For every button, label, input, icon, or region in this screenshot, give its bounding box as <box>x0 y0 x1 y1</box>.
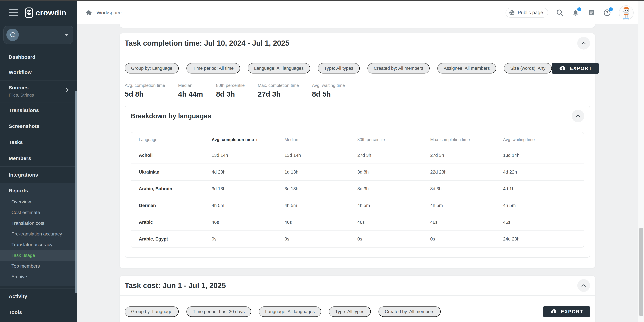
collapse-section-button[interactable] <box>577 279 590 292</box>
export-button[interactable]: EXPORT <box>552 63 599 74</box>
sidebar-item-archive[interactable]: Archive <box>0 272 77 282</box>
stat-value: 4h 44m <box>178 90 203 98</box>
cell-language: Arabic <box>139 220 212 225</box>
sidebar-item-tools[interactable]: Tools <box>0 304 77 320</box>
home-icon[interactable] <box>85 9 93 17</box>
public-page-button[interactable]: Public page <box>506 8 548 17</box>
sidebar-item-translator-accuracy[interactable]: Translator accuracy <box>0 239 77 250</box>
export-button[interactable]: EXPORT <box>543 306 590 317</box>
cell-language: Ukrainian <box>139 169 212 175</box>
cell-value: 1d 13h <box>284 169 357 175</box>
chevron-up-icon <box>581 284 586 287</box>
notifications-bell-icon[interactable] <box>572 9 580 17</box>
cell-value: 46s <box>430 220 503 225</box>
cell-value: 0s <box>212 236 284 242</box>
stat-label: Avg. waiting time <box>312 83 345 88</box>
stat-avg-waiting: Avg. waiting time 8d 5h <box>312 83 345 98</box>
sidebar-item-cost-estimate[interactable]: Cost estimate <box>0 207 77 218</box>
collapse-breakdown-button[interactable] <box>572 110 584 122</box>
export-label: EXPORT <box>561 309 583 315</box>
filter-language[interactable]: Language: All languages <box>248 63 310 73</box>
sidebar-item-workflow[interactable]: Workflow <box>0 64 77 80</box>
crowdin-logo-icon <box>25 7 33 18</box>
collapse-section-button[interactable] <box>577 37 590 49</box>
sidebar-item-reports[interactable]: Reports <box>0 183 77 196</box>
filter-time-period[interactable]: Time period: All time <box>186 63 240 73</box>
search-icon[interactable] <box>556 9 564 17</box>
cell-value: 8d 3h <box>430 186 503 191</box>
topbar-actions: Public page ? <box>506 5 634 20</box>
filter-chips: Group by: Language Time period: All time… <box>125 63 552 73</box>
filter-created-by[interactable]: Created by: All members <box>378 307 441 317</box>
languages-table: Language Avg. completion time↑ Median 80… <box>131 132 584 248</box>
stat-80th-percentile: 80th percentile 8d 3h <box>216 83 245 98</box>
col-median[interactable]: Median <box>284 137 357 142</box>
sidebar-item-overview[interactable]: Overview <box>0 196 77 207</box>
filters-row: Group by: Language Time period: All time… <box>125 63 590 74</box>
filter-language[interactable]: Language: All languages <box>259 307 321 317</box>
col-language[interactable]: Language <box>139 137 212 142</box>
filter-type[interactable]: Type: All types <box>318 63 360 73</box>
page-scrollbar-track[interactable] <box>638 1 644 322</box>
sidebar-scrollbar[interactable] <box>75 91 77 293</box>
sidebar-header: crowdin <box>0 1 77 24</box>
filter-size-words[interactable]: Size (words): Any <box>504 63 552 73</box>
cloud-download-icon <box>550 309 558 314</box>
sidebar-item-sources[interactable]: Sources Files, Strings <box>0 80 77 102</box>
topbar: Workspace Public page ? <box>77 1 638 24</box>
task-cost-title: Task cost: Jun 1 - Jul 1, 2025 <box>125 281 226 290</box>
sidebar-item-dashboard[interactable]: Dashboard <box>0 50 77 64</box>
filter-created-by[interactable]: Created by: All members <box>368 63 430 73</box>
stat-label: 80th percentile <box>216 83 245 88</box>
user-avatar[interactable] <box>619 5 634 20</box>
col-80th-percentile[interactable]: 80th percentile <box>357 137 430 142</box>
col-avg-waiting[interactable]: Avg. waiting time <box>503 137 576 142</box>
sidebar-item-pre-translation-accuracy[interactable]: Pre-translation accuracy <box>0 229 77 239</box>
sidebar-item-translations[interactable]: Translations <box>0 102 77 118</box>
cell-value: 22d 23h <box>430 169 503 175</box>
filter-type[interactable]: Type: All types <box>329 307 371 317</box>
messages-icon[interactable] <box>587 9 596 17</box>
sidebar-item-tasks[interactable]: Tasks <box>0 134 77 150</box>
sidebar-item-activity[interactable]: Activity <box>0 288 77 304</box>
breakdown-panel: Breakdown by languages Language <box>125 106 590 258</box>
sidebar-item-top-members[interactable]: Top members <box>0 261 77 272</box>
cell-value: 4h 5m <box>212 203 284 208</box>
stat-label: Max. completion time <box>258 83 299 88</box>
stat-median: Median 4h 44m <box>178 83 203 98</box>
cell-value: 24d 23h <box>503 236 576 242</box>
filter-assignee[interactable]: Assignee: All members <box>437 63 496 73</box>
stat-value: 8d 3h <box>216 90 245 98</box>
workspace-selector[interactable]: C <box>3 26 74 44</box>
filter-group-by[interactable]: Group by: Language <box>125 307 179 317</box>
cell-value: 4h 5m <box>503 203 576 208</box>
stat-label: Median <box>178 83 203 88</box>
stat-label: Avg. completion time <box>125 83 165 88</box>
sidebar-item-members[interactable]: Members <box>0 150 77 166</box>
table-row: Acholi 13d 14h 13d 14h 27d 3h 27d 3h 13d… <box>131 147 584 163</box>
filter-group-by[interactable]: Group by: Language <box>125 63 179 73</box>
col-avg-completion-sorted[interactable]: Avg. completion time↑ <box>212 137 284 142</box>
sidebar-item-translation-cost[interactable]: Translation cost <box>0 218 77 229</box>
cell-language: Arabic, Egypt <box>139 236 212 242</box>
cloud-download-icon <box>558 66 566 71</box>
sidebar-item-screenshots[interactable]: Screenshots <box>0 118 77 134</box>
filters-row: Group by: Language Time period: Last 30 … <box>125 306 590 317</box>
task-completion-time-card: Task completion time: Jul 10, 2024 - Jul… <box>120 33 595 268</box>
chevron-right-icon <box>65 87 70 93</box>
page-scrollbar-thumb[interactable] <box>639 228 643 316</box>
sidebar-item-task-usage[interactable]: Task usage <box>0 250 77 261</box>
col-max-completion[interactable]: Max. completion time <box>430 137 503 142</box>
chevron-up-icon <box>581 42 586 45</box>
filter-time-period[interactable]: Time period: Last 30 days <box>186 307 251 317</box>
task-cost-card: Task cost: Jun 1 - Jul 1, 2025 Group by:… <box>120 276 595 322</box>
hamburger-menu-icon[interactable] <box>9 9 18 16</box>
cell-value: 4h 5m <box>430 203 503 208</box>
help-icon[interactable]: ? <box>603 9 611 17</box>
stat-max-completion: Max. completion time 27d 3h <box>258 83 299 98</box>
cell-language: Acholi <box>139 153 212 158</box>
crowdin-logo[interactable]: crowdin <box>25 7 66 18</box>
cell-value: 0s <box>430 236 503 242</box>
sidebar-item-integrations[interactable]: Integrations <box>0 166 77 183</box>
breadcrumb[interactable]: Workspace <box>96 10 122 15</box>
